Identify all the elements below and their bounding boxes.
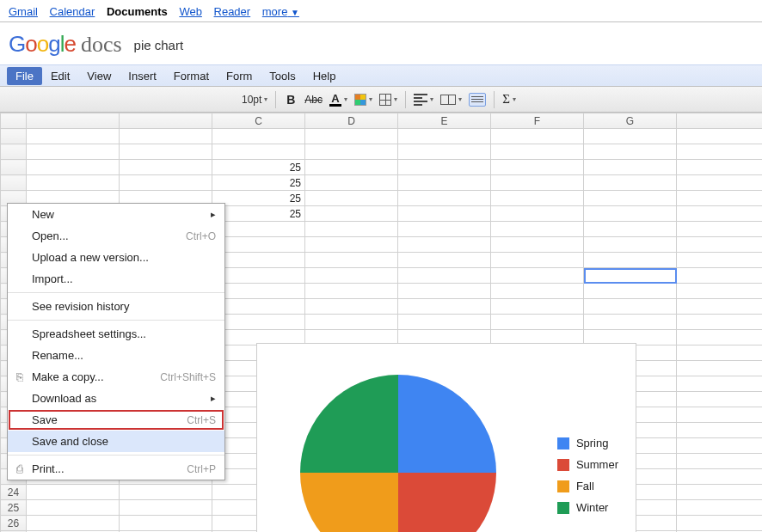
cell[interactable] <box>584 222 677 237</box>
nav-gmail[interactable]: Gmail <box>9 5 38 18</box>
cell[interactable] <box>584 268 677 284</box>
file-menu-item-make-a-copy[interactable]: ⎘Make a copy...Ctrl+Shift+S <box>8 366 224 388</box>
col-header[interactable] <box>120 113 212 129</box>
cell[interactable] <box>212 253 305 268</box>
file-menu-item-rename[interactable]: Rename... <box>8 345 224 366</box>
cell[interactable] <box>212 129 305 144</box>
fill-color-button[interactable] <box>352 90 375 109</box>
nav-documents[interactable]: Documents <box>107 5 168 18</box>
cell[interactable] <box>677 330 763 345</box>
menu-form[interactable]: Form <box>218 67 261 85</box>
cell[interactable] <box>584 284 677 299</box>
cell[interactable] <box>27 129 120 144</box>
cell[interactable] <box>398 206 491 222</box>
cell[interactable]: 25 <box>212 160 305 175</box>
cell[interactable] <box>305 315 398 330</box>
cell[interactable] <box>27 500 120 516</box>
menu-insert[interactable]: Insert <box>120 67 165 85</box>
text-color-button[interactable]: A <box>327 90 350 109</box>
cell[interactable] <box>120 129 212 144</box>
corner-cell[interactable] <box>1 113 27 129</box>
cell[interactable] <box>677 144 763 160</box>
cell[interactable] <box>677 438 763 454</box>
cell[interactable] <box>212 299 305 315</box>
file-menu-item-download-as[interactable]: Download as <box>8 388 224 409</box>
cell[interactable] <box>491 206 584 222</box>
cell[interactable] <box>120 485 212 500</box>
cell[interactable] <box>212 144 305 160</box>
cell[interactable] <box>398 299 491 315</box>
cell[interactable] <box>398 144 491 160</box>
pie-chart[interactable]: SpringSummerFallWinter <box>256 343 636 532</box>
row-header[interactable] <box>1 129 27 144</box>
cell[interactable] <box>398 237 491 253</box>
menu-format[interactable]: Format <box>165 67 218 85</box>
cell[interactable] <box>677 237 763 253</box>
menu-tools[interactable]: Tools <box>261 67 304 85</box>
row-header[interactable] <box>1 144 27 160</box>
col-header-e[interactable]: E <box>398 113 491 129</box>
cell[interactable] <box>120 500 212 516</box>
col-header-d[interactable]: D <box>305 113 398 129</box>
borders-button[interactable] <box>377 90 400 109</box>
cell[interactable] <box>491 222 584 237</box>
cell[interactable] <box>491 175 584 191</box>
nav-reader[interactable]: Reader <box>214 5 251 18</box>
cell[interactable] <box>398 315 491 330</box>
cell[interactable] <box>491 299 584 315</box>
menu-edit[interactable]: Edit <box>42 67 78 85</box>
align-button[interactable] <box>411 90 436 109</box>
cell[interactable]: 25 <box>212 191 305 206</box>
cell[interactable] <box>305 160 398 175</box>
cell[interactable] <box>305 191 398 206</box>
cell[interactable] <box>491 268 584 284</box>
cell[interactable] <box>305 237 398 253</box>
cell[interactable] <box>305 299 398 315</box>
file-menu-item-upload-a-new-version[interactable]: Upload a new version... <box>8 247 224 268</box>
cell[interactable] <box>677 454 763 469</box>
cell[interactable] <box>491 237 584 253</box>
row-header[interactable]: 24 <box>1 485 27 500</box>
cell[interactable] <box>398 268 491 284</box>
cell[interactable] <box>677 423 763 438</box>
cell[interactable] <box>27 516 120 531</box>
cell[interactable] <box>677 299 763 315</box>
cell[interactable] <box>212 237 305 253</box>
functions-button[interactable]: Σ <box>500 90 519 109</box>
cell[interactable] <box>398 191 491 206</box>
wrap-text-button[interactable] <box>466 90 489 109</box>
file-menu-item-spreadsheet-settings[interactable]: Spreadsheet settings... <box>8 323 224 345</box>
cell[interactable] <box>305 144 398 160</box>
font-size-selector[interactable]: 10pt <box>239 90 270 109</box>
file-menu-item-save[interactable]: SaveCtrl+S <box>8 409 224 431</box>
merge-button[interactable] <box>438 90 464 109</box>
cell[interactable] <box>677 516 763 531</box>
cell[interactable] <box>212 284 305 299</box>
cell[interactable] <box>677 206 763 222</box>
file-menu-item-import[interactable]: Import... <box>8 268 224 290</box>
cell[interactable] <box>305 175 398 191</box>
cell[interactable] <box>677 222 763 237</box>
cell[interactable] <box>584 315 677 330</box>
cell[interactable] <box>677 129 763 144</box>
cell[interactable] <box>677 191 763 206</box>
strikethrough-button[interactable]: Abc <box>302 90 325 109</box>
cell[interactable] <box>305 253 398 268</box>
cell[interactable] <box>398 129 491 144</box>
row-header[interactable] <box>1 160 27 175</box>
cell[interactable] <box>584 253 677 268</box>
cell[interactable] <box>584 237 677 253</box>
cell[interactable] <box>584 206 677 222</box>
cell[interactable] <box>305 222 398 237</box>
cell[interactable] <box>677 361 763 376</box>
cell[interactable] <box>305 284 398 299</box>
cell[interactable] <box>305 129 398 144</box>
cell[interactable]: 25 <box>212 175 305 191</box>
cell[interactable] <box>677 469 763 485</box>
cell[interactable] <box>677 175 763 191</box>
cell[interactable] <box>677 485 763 500</box>
cell[interactable] <box>677 284 763 299</box>
cell[interactable] <box>212 268 305 284</box>
cell[interactable] <box>584 129 677 144</box>
nav-calendar[interactable]: Calendar <box>50 5 95 18</box>
